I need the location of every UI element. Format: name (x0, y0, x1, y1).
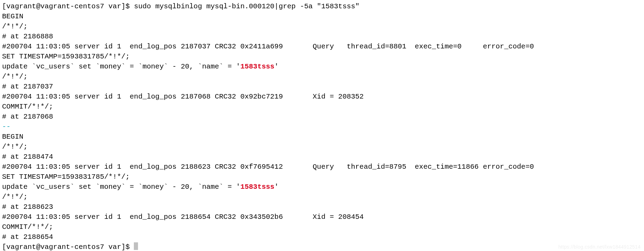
output-line: update `vc_users` set `money` = `money` … (2, 63, 240, 71)
output-line: # at 2188623 (2, 203, 53, 211)
terminal-output[interactable]: [vagrant@vagrant-centos7 var]$ sudo mysq… (0, 0, 644, 251)
output-line: #200704 11:03:05 server id 1 end_log_pos… (2, 43, 534, 50)
output-line: #200704 11:03:05 server id 1 end_log_pos… (2, 93, 364, 101)
grep-match: 1583tsss (240, 183, 274, 191)
watermark: https://blog.csdn.net/lxw1844912514 (558, 244, 641, 250)
output-line: # at 2186888 (2, 32, 53, 40)
output-line: /*!*/; (2, 73, 28, 81)
output-line: BEGIN (2, 12, 24, 20)
output-line: /*!*/; (2, 22, 28, 30)
output-line: # at 2187068 (2, 113, 53, 121)
output-line: ' (274, 183, 278, 191)
output-line: SET TIMESTAMP=1593831785/*!*/; (2, 53, 130, 61)
output-line: BEGIN (2, 133, 24, 141)
grep-match: 1583tsss (240, 63, 274, 71)
command-line: sudo mysqlbinlog mysql-bin.000120|grep -… (134, 2, 359, 10)
output-line: ' (274, 63, 278, 71)
shell-prompt: [vagrant@vagrant-centos7 var]$ (2, 243, 134, 251)
grep-separator: -- (2, 123, 11, 131)
output-line: #200704 11:03:05 server id 1 end_log_pos… (2, 163, 534, 171)
output-line: COMMIT/*!*/; (2, 103, 53, 111)
cursor-icon (134, 242, 138, 250)
output-line: /*!*/; (2, 193, 28, 201)
output-line: # at 2187037 (2, 83, 53, 91)
output-line: update `vc_users` set `money` = `money` … (2, 183, 240, 191)
output-line: COMMIT/*!*/; (2, 223, 53, 231)
output-line: SET TIMESTAMP=1593831785/*!*/; (2, 173, 130, 181)
shell-prompt: [vagrant@vagrant-centos7 var]$ (2, 2, 134, 10)
output-line: #200704 11:03:05 server id 1 end_log_pos… (2, 213, 364, 221)
output-line: # at 2188654 (2, 233, 53, 241)
output-line: # at 2188474 (2, 153, 53, 161)
output-line: /*!*/; (2, 143, 28, 151)
